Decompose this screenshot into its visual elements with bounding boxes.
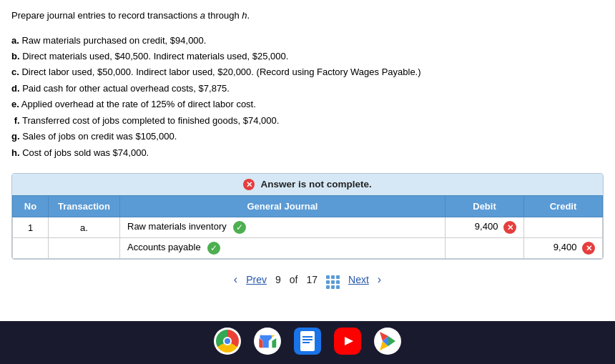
table-row: Accounts payable ✓ 9,400 ✕ — [13, 238, 603, 259]
grid-icon[interactable] — [326, 270, 340, 289]
next-button[interactable]: Next — [348, 274, 369, 285]
svg-rect-1 — [302, 336, 313, 338]
row1-journal: Raw materials inventory ✓ — [120, 217, 446, 238]
row2-no — [13, 238, 49, 259]
next-chevron[interactable]: › — [378, 273, 381, 286]
chrome-icon[interactable] — [214, 328, 241, 355]
check-icon: ✓ — [233, 221, 246, 234]
col-transaction: Transaction — [49, 196, 120, 217]
play-icon[interactable] — [374, 328, 401, 355]
pagination: ‹ Prev 9 of 17 Next › — [11, 260, 604, 296]
taskbar — [0, 321, 615, 364]
page-total: 17 — [306, 274, 318, 285]
transaction-g: g. Sales of jobs on credit was $105,000. — [11, 129, 604, 144]
row1-credit — [524, 217, 603, 238]
prev-button[interactable]: Prev — [246, 274, 267, 285]
transaction-h: h. Cost of jobs sold was $74,000. — [11, 145, 604, 160]
youtube-icon[interactable] — [334, 328, 361, 355]
svg-rect-2 — [302, 339, 313, 340]
page-of: of — [290, 274, 298, 285]
row2-debit — [446, 238, 524, 259]
row1-debit: 9,400 ✕ — [446, 217, 524, 238]
transaction-a: a. Raw materials purchased on credit, $9… — [11, 33, 604, 48]
gmail-icon[interactable] — [254, 328, 281, 355]
transaction-d: d. Paid cash for other actual overhead c… — [11, 81, 604, 96]
transaction-c: c. Direct labor used, $50,000. Indirect … — [11, 64, 604, 79]
instructions: Prepare journal entries to record transa… — [11, 9, 604, 23]
answer-header: ✕ Answer is not complete. — [12, 174, 603, 195]
transaction-e: e. Applied overhead at the rate of 125% … — [11, 97, 604, 112]
row2-credit: 9,400 ✕ — [524, 238, 603, 259]
row1-transaction: a. — [49, 217, 120, 238]
instructions-text: Prepare journal entries to record transa… — [11, 10, 250, 21]
col-debit: Debit — [446, 196, 524, 217]
debit-error-badge: ✕ — [503, 221, 516, 234]
journal-table: No Transaction General Journal Debit Cre… — [12, 195, 603, 259]
table-row: 1 a. Raw materials inventory ✓ 9,400 ✕ — [13, 217, 603, 238]
row2-journal: Accounts payable ✓ — [120, 238, 446, 259]
transaction-b: b. Direct materials used, $40,500. Indir… — [11, 49, 604, 64]
table-header-row: No Transaction General Journal Debit Cre… — [13, 196, 603, 217]
transaction-f: f. Transferred cost of jobs completed to… — [11, 113, 604, 128]
prev-chevron[interactable]: ‹ — [234, 273, 237, 286]
answer-status: Answer is not complete. — [260, 179, 371, 190]
check-icon-2: ✓ — [207, 242, 220, 255]
page-current: 9 — [275, 274, 281, 285]
row1-no: 1 — [13, 217, 49, 238]
svg-marker-9 — [388, 336, 395, 346]
docs-icon[interactable] — [294, 328, 321, 355]
answer-box: ✕ Answer is not complete. No Transaction… — [11, 173, 604, 260]
col-general-journal: General Journal — [120, 196, 446, 217]
transactions-list: a. Raw materials purchased on credit, $9… — [11, 33, 604, 161]
error-icon: ✕ — [243, 179, 255, 190]
svg-rect-0 — [300, 331, 315, 351]
row2-transaction — [49, 238, 120, 259]
col-no: No — [13, 196, 49, 217]
col-credit: Credit — [524, 196, 603, 217]
svg-rect-3 — [302, 342, 310, 343]
credit-error-badge: ✕ — [582, 242, 595, 255]
main-content: Prepare journal entries to record transa… — [0, 0, 615, 321]
